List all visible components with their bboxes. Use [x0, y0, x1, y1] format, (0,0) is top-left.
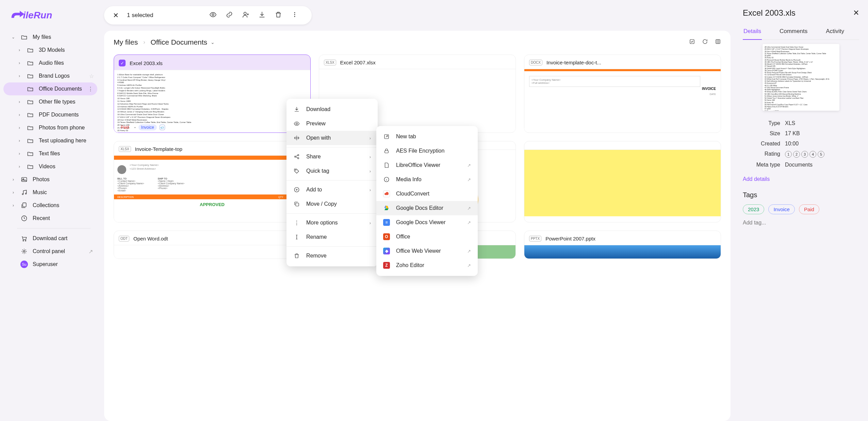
svg-rect-15: [690, 40, 694, 44]
tree-item-brandlogos[interactable]: ›Brand Logos☆: [3, 69, 97, 82]
crumb-myfiles[interactable]: My files: [114, 38, 138, 46]
tag-icon[interactable]: 🏷: [160, 125, 165, 130]
tag-chip[interactable]: Invoice: [768, 204, 795, 214]
file-card[interactable]: [524, 141, 721, 222]
file-thumbnail: <Your Company Name><Full address> INVOIC…: [524, 69, 721, 131]
tree-root-myfiles[interactable]: ⌄ My files: [3, 31, 97, 44]
close-selection-button[interactable]: ✕: [113, 11, 119, 19]
file-thumbnail: [524, 150, 721, 216]
ow-cloudconvert[interactable]: CloudConvert: [376, 187, 478, 201]
external-icon: ↗: [467, 206, 471, 211]
tag-chip[interactable]: Paid: [799, 204, 819, 214]
ow-aes[interactable]: AES File Encryption: [376, 144, 478, 158]
details-panel: Excel 2003.xls ✕ Details Comments Activi…: [737, 0, 868, 421]
separator: [286, 180, 378, 181]
tags-heading: Tags: [743, 191, 859, 199]
more-vert-icon[interactable]: ⋮: [87, 86, 94, 92]
rating-stars[interactable]: 12345: [785, 151, 826, 158]
nav-controlpanel[interactable]: ›Control panel↗: [3, 245, 97, 258]
tree-item-3dmodels[interactable]: ›3D Models: [3, 44, 97, 57]
file-name: Invoice-template-doc-t...: [546, 60, 601, 65]
file-name: Excel 2003.xls: [130, 60, 163, 66]
tree-item-officedocs[interactable]: ›Office Documents⋮: [3, 82, 97, 95]
ctx-remove[interactable]: Remove: [286, 249, 378, 263]
svg-point-9: [23, 251, 25, 252]
ow-libreoffice[interactable]: LibreOffice Viewer↗: [376, 158, 478, 172]
tag-chip[interactable]: 2023: [743, 204, 764, 214]
preview-button[interactable]: [205, 11, 221, 20]
ctx-download[interactable]: Download: [286, 102, 378, 116]
office-web-icon: ◆: [383, 248, 390, 254]
ow-gdocs-editor[interactable]: Google Docs Editor↗: [376, 201, 478, 215]
ow-newtab[interactable]: New tab: [376, 129, 478, 144]
folder-icon: [27, 98, 34, 106]
nav-recent[interactable]: ›Recent: [3, 212, 97, 225]
ctx-quicktag[interactable]: Quick tag›: [286, 164, 378, 178]
tree-item-testupload[interactable]: ›Test uploading here: [3, 134, 97, 147]
ow-zoho[interactable]: ZZoho Editor↗: [376, 258, 478, 272]
ctx-addto[interactable]: Add to›: [286, 183, 378, 197]
external-icon: ↗: [87, 248, 94, 255]
nav-downloadcart[interactable]: ›Download cart: [3, 232, 97, 245]
tree-item-videos[interactable]: ›Videos: [3, 160, 97, 173]
ow-office[interactable]: OOffice: [376, 230, 478, 244]
meta-key: Size: [743, 130, 780, 137]
ow-gdocs-viewer[interactable]: ≡Google Docs Viewer↗: [376, 215, 478, 230]
tree-item-otherfiles[interactable]: ›Other file types: [3, 95, 97, 108]
ctx-rename[interactable]: Rename: [286, 230, 378, 244]
file-card[interactable]: PPTXPowerPoint 2007.pptx: [524, 231, 721, 259]
ctx-openwith[interactable]: Open with›: [286, 131, 378, 145]
close-details-button[interactable]: ✕: [853, 9, 859, 17]
chevron-right-icon: ›: [17, 74, 22, 78]
select-all-button[interactable]: [689, 38, 695, 46]
meta-value: 17 KB: [785, 130, 800, 137]
file-card[interactable]: ✓ Excel 2003.xls 1 Eldon Base for stacka…: [114, 54, 311, 133]
tab-comments[interactable]: Comments: [779, 25, 808, 40]
tree-label: Download cart: [33, 235, 67, 241]
tree-item-textfiles[interactable]: ›Text files: [3, 147, 97, 160]
ctx-preview[interactable]: Preview: [286, 116, 378, 131]
add-details-link[interactable]: Add details: [743, 176, 859, 182]
plus-circle-icon: [293, 186, 300, 193]
file-ext-badge: XLSX: [119, 146, 131, 152]
tab-activity[interactable]: Activity: [825, 25, 845, 40]
chevron-down-icon[interactable]: ⌄: [211, 40, 215, 45]
add-tag-input[interactable]: [743, 220, 859, 226]
add-user-button[interactable]: [238, 11, 254, 20]
crumb-current[interactable]: Office Documents: [151, 38, 208, 46]
cursor-icon: [293, 234, 300, 240]
checkbox-icon[interactable]: ✓: [119, 60, 126, 66]
file-card[interactable]: ODTOpen Word.odt: [114, 231, 311, 259]
delete-button[interactable]: [270, 11, 286, 20]
refresh-button[interactable]: [702, 38, 708, 46]
folder-icon: [20, 33, 28, 41]
tab-details[interactable]: Details: [743, 25, 762, 40]
nav-photos[interactable]: ›Photos: [3, 173, 97, 186]
file-card[interactable]: DOCXInvoice-template-doc-t... <Your Comp…: [524, 54, 721, 133]
nav-music[interactable]: ›Music: [3, 186, 97, 199]
folder-icon: [27, 85, 34, 93]
cloudconvert-icon: [383, 190, 390, 197]
tree-item-pdf[interactable]: ›PDF Documents: [3, 108, 97, 121]
file-name: Open Word.odt: [133, 236, 168, 241]
star-icon[interactable]: ☆: [89, 73, 94, 79]
ctx-movecopy[interactable]: Move / Copy: [286, 197, 378, 211]
ctx-share[interactable]: Share›: [286, 150, 378, 164]
more-button[interactable]: [286, 11, 303, 20]
ow-office-web[interactable]: ◆Office Web Viewer↗: [376, 244, 478, 258]
chevron-right-icon: ›: [370, 187, 371, 192]
file-card[interactable]: XLSXInvoice-Template-top <Your Company N…: [114, 141, 311, 222]
svg-point-12: [294, 12, 295, 13]
svg-rect-25: [385, 151, 389, 153]
view-toggle-button[interactable]: [715, 38, 721, 46]
tree-item-audio[interactable]: ›Audio files: [3, 57, 97, 69]
separator: [286, 147, 378, 147]
ow-mediainfo[interactable]: Media Info↗: [376, 172, 478, 187]
link-button[interactable]: [221, 11, 238, 20]
download-button[interactable]: [254, 11, 270, 20]
nav-collections[interactable]: ›Collections: [3, 199, 97, 212]
clock-icon: [20, 215, 28, 222]
nav-superuser[interactable]: ›SuSuperuser: [3, 258, 97, 271]
tree-item-photosphone[interactable]: ›Photos from phone: [3, 121, 97, 134]
ctx-more[interactable]: ⋮More options›: [286, 216, 378, 230]
